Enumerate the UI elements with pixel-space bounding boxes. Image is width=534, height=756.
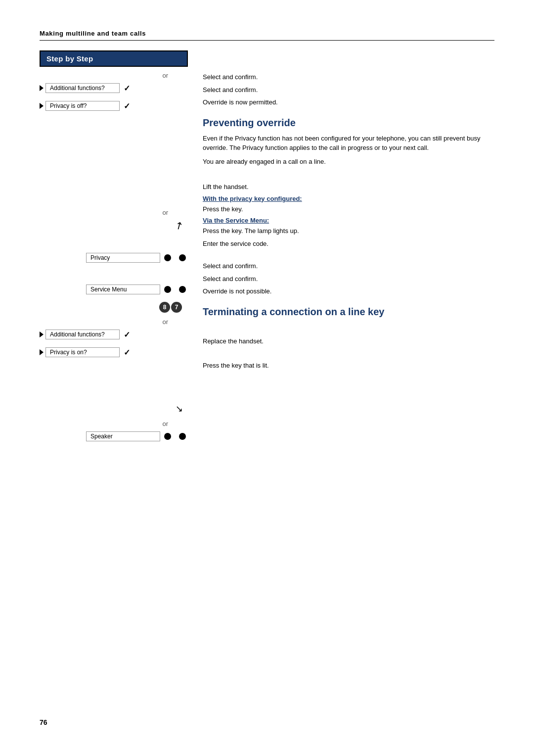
privacy-on-label: Privacy is on? xyxy=(45,347,120,357)
privacy-on-item: Privacy is on? ✓ xyxy=(40,345,188,359)
page-header: Making multiline and team calls xyxy=(40,30,494,41)
speaker-label: Speaker xyxy=(86,431,160,441)
additional-functions-label-1: Additional functions? xyxy=(45,83,120,93)
privacy-bullet-2 xyxy=(179,254,186,261)
additional-functions-item-2: Additional functions? ✓ xyxy=(40,328,188,341)
checkmark-4: ✓ xyxy=(124,348,130,357)
override-permitted: Override is now permitted. xyxy=(203,97,494,107)
or-label-4: or xyxy=(40,420,188,427)
privacy-off-item: Privacy is off? ✓ xyxy=(40,99,188,113)
additional-functions-item-1: Additional functions? ✓ xyxy=(40,81,188,95)
override-not-possible-text: Override is not possible. xyxy=(203,286,494,296)
select-confirm-4: Select and confirm. xyxy=(203,274,494,284)
already-engaged-text: You are already engaged in a call on a l… xyxy=(203,157,494,167)
speaker-bullet-1 xyxy=(164,433,171,440)
speaker-bullet-2 xyxy=(179,433,186,440)
lift-handset-text: Lift the handset. xyxy=(203,182,494,192)
service-bullet-2 xyxy=(179,286,186,293)
lamp-lights-up-text: Press the key. The lamp lights up. xyxy=(203,226,494,236)
preventing-override-description: Even if the Privacy function has not bee… xyxy=(203,134,494,153)
select-confirm-1: Select and confirm. xyxy=(203,72,494,82)
lift-handset-icon: ↗ xyxy=(172,218,185,233)
arrow-icon-4 xyxy=(40,349,44,355)
left-panel: Step by Step or Additional functions? ✓ … xyxy=(40,50,198,447)
service-menu-label: Service Menu xyxy=(86,284,160,294)
arrow-icon-2 xyxy=(40,103,44,109)
replace-handset-icon: ↙ xyxy=(176,403,183,414)
arrow-icon-1 xyxy=(40,85,44,91)
privacy-off-label: Privacy is off? xyxy=(45,101,120,111)
privacy-key-item: Privacy xyxy=(40,251,188,265)
service-bullet-1 xyxy=(164,286,171,293)
replace-handset-text: Replace the handset. xyxy=(203,336,494,346)
press-key-text-1: Press the key. xyxy=(203,204,494,214)
service-menu-item: Service Menu xyxy=(40,283,188,296)
arrow-icon-3 xyxy=(40,331,44,337)
page-number: 76 xyxy=(40,718,47,726)
with-privacy-key-subheading: With the privacy key configured: xyxy=(203,195,494,202)
privacy-bullet xyxy=(164,254,171,261)
checkmark-3: ✓ xyxy=(124,330,130,339)
lift-handset-row: ↗ xyxy=(40,218,188,233)
or-label-3: or xyxy=(40,318,188,326)
enter-service-code-text: Enter the service code. xyxy=(203,239,494,249)
step-by-step-box: Step by Step xyxy=(40,50,188,67)
speaker-item: Speaker xyxy=(40,429,188,443)
select-confirm-2: Select and confirm. xyxy=(203,85,494,95)
preventing-override-heading: Preventing override xyxy=(203,117,494,129)
terminating-heading: Terminating a connection on a line key xyxy=(203,306,494,318)
press-lit-key-text: Press the key that is lit. xyxy=(203,361,494,371)
badge-7: 7 xyxy=(171,302,182,313)
or-label-2: or xyxy=(40,209,188,216)
via-service-menu-subheading: Via the Service Menu: xyxy=(203,217,494,224)
badge-8: 8 xyxy=(159,302,170,313)
or-label-1: or xyxy=(40,72,188,79)
checkmark-2: ✓ xyxy=(124,101,130,111)
privacy-key-label: Privacy xyxy=(86,253,160,263)
checkmark-1: ✓ xyxy=(124,84,130,93)
number-badge-row: 8 7 xyxy=(40,300,188,314)
replace-handset-row: ↙ xyxy=(40,401,188,416)
right-panel: Select and confirm. Select and confirm. … xyxy=(198,50,494,447)
additional-functions-label-2: Additional functions? xyxy=(45,330,120,339)
select-confirm-3: Select and confirm. xyxy=(203,261,494,271)
